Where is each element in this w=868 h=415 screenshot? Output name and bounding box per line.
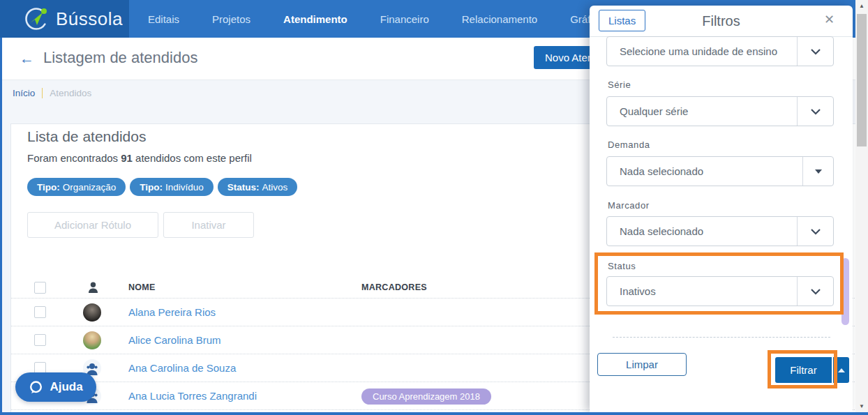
close-icon[interactable]: ✕ [824,12,835,27]
help-button[interactable]: Ajuda [15,372,96,402]
back-arrow-icon[interactable]: ← [20,50,34,67]
scrollbar-thumb[interactable] [857,14,867,146]
caret-up-icon [838,368,845,372]
clear-filters-button[interactable]: Limpar [597,353,687,376]
attendee-name-link[interactable]: Alice Carolina Brum [128,334,221,346]
breadcrumb-separator [42,88,43,98]
nav-item-atendimento[interactable]: Atendimento [283,13,347,25]
nav-item-projetos[interactable]: Projetos [212,13,250,25]
summary-suffix: atendidos com este perfil [133,152,252,164]
row-checkbox[interactable] [34,334,46,346]
nav-item-relacionamento[interactable]: Relacionamento [462,13,537,25]
avatar [83,303,101,322]
demanda-select[interactable]: Nada selecionado [606,156,834,186]
chevron-down-icon [797,217,833,246]
help-label: Ajuda [50,380,82,394]
chevron-down-icon [797,37,833,66]
select-value: Qualquer série [620,97,688,126]
status-select[interactable]: Inativos [606,276,834,306]
active-filter-chips: Tipo:Organização Tipo:Indivíduo Status:A… [27,178,297,196]
brand-logo[interactable]: Bússola [0,0,129,38]
page-title: Listagem de atendidos [43,49,197,67]
add-label-button[interactable]: Adicionar Rótulo [27,212,158,238]
marcador-select[interactable]: Nada selecionado [606,216,834,246]
chip-label: Status: [227,182,260,193]
chat-bubble-icon [29,380,43,395]
serie-select[interactable]: Qualquer série [606,96,834,126]
chip-tipo-organizacao[interactable]: Tipo:Organização [27,178,126,196]
chip-value: Ativos [262,182,288,193]
compass-logo-icon [24,6,49,31]
chevron-down-icon [797,277,833,305]
row-checkbox[interactable] [34,306,46,318]
select-value: Nada selecionado [620,157,703,186]
attendee-name-link[interactable]: Alana Pereira Rios [128,306,216,318]
person-icon [88,282,98,294]
apply-dropdown-toggle[interactable] [833,357,849,383]
inactivate-button[interactable]: Inativar [163,212,254,238]
nav-item-financeiro[interactable]: Financeiro [380,13,429,25]
nav-item-editais[interactable]: Editais [148,13,179,25]
attendee-name-link[interactable]: Ana Carolina de Souza [128,362,236,374]
marker-tag: Curso Aprendizagem 2018 [361,388,491,405]
chip-value: Indivíduo [165,182,204,193]
column-header-nome: NOME [128,282,156,292]
chip-value: Organização [63,182,117,193]
nav-menu: Editais Projetos Atendimento Financeiro … [129,0,657,38]
field-label-status: Status [608,261,636,271]
window-left-border [0,38,2,415]
field-label-marcador: Marcador [608,200,650,211]
chevron-down-icon [797,97,833,126]
scrollbar-up-arrow[interactable]: ▲ [855,3,868,9]
column-header-marcadores: MARCADORES [361,282,427,292]
panel-footer-divider [613,337,830,338]
select-value: Inativos [620,277,656,305]
attendee-name-link[interactable]: Ana Lucia Torres Zangrandi [128,390,257,402]
select-all-checkbox[interactable] [34,282,46,294]
breadcrumb-home[interactable]: Início [13,88,35,98]
caret-down-icon [802,157,833,186]
breadcrumb-current: Atendidos [50,88,91,98]
scrollbar-down-arrow[interactable]: ▼ [855,403,868,409]
panel-scrollbar-thumb[interactable] [841,258,849,325]
brand-name: Bússola [56,8,123,30]
chip-tipo-individuo[interactable]: Tipo:Indivíduo [130,178,214,196]
lists-button[interactable]: Listas [599,10,645,31]
card-title: Lista de atendidos [27,128,146,145]
chip-label: Tipo: [37,182,60,193]
results-summary: Foram encontrados 91 atendidos com este … [27,152,252,164]
field-label-demanda: Demanda [608,139,650,150]
chip-status-ativos[interactable]: Status:Ativos [218,178,298,196]
avatar [83,331,101,349]
summary-count: 91 [121,152,133,164]
select-value: Selecione uma unidade de ensino [620,37,777,66]
chip-label: Tipo: [140,182,163,193]
field-label-serie: Série [608,80,631,90]
apply-button-group: Filtrar [775,357,849,383]
summary-prefix: Foram encontrados [27,152,121,164]
select-value: Nada selecionado [620,217,703,246]
school-unit-select[interactable]: Selecione uma unidade de ensino [606,36,834,66]
window-bottom-border [0,412,868,415]
filter-panel: Listas Filtros ✕ Selecione uma unidade d… [590,6,853,412]
page-scrollbar[interactable]: ▲ ▼ [855,0,868,415]
bulk-actions: Adicionar Rótulo Inativar [27,212,254,238]
apply-filters-button[interactable]: Filtrar [775,357,832,383]
